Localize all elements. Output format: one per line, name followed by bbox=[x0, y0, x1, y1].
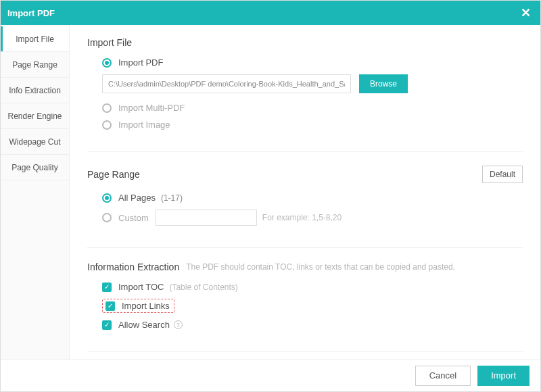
section-import-file: Import File Import PDF Browse Import Mul… bbox=[87, 37, 523, 151]
default-button[interactable]: Default bbox=[482, 166, 523, 183]
highlight-import-links: ✓ Import Links bbox=[102, 299, 174, 313]
section-title-page-range: Page Range bbox=[87, 169, 140, 180]
label-import-image: Import Image bbox=[118, 120, 170, 130]
section-title-import-file: Import File bbox=[87, 37, 132, 48]
radio-import-image[interactable] bbox=[102, 120, 112, 130]
label-import-multi-pdf: Import Multi-PDF bbox=[118, 103, 185, 113]
label-toc-sub: (Table of Contents) bbox=[169, 283, 237, 292]
section-info-extraction: Information Extraction The PDF should co… bbox=[87, 247, 523, 351]
content-scroll[interactable]: Import File Import PDF Browse Import Mul… bbox=[70, 25, 540, 359]
section-render-engine: Render Engine ? New Engine (Recommended … bbox=[87, 351, 523, 359]
label-all-pages-range: (1-17) bbox=[161, 193, 183, 203]
cancel-button[interactable]: Cancel bbox=[415, 366, 471, 386]
custom-range-input[interactable] bbox=[156, 210, 257, 226]
info-extraction-hint: The PDF should contain TOC, links or tex… bbox=[186, 262, 455, 272]
import-button[interactable]: Import bbox=[477, 366, 530, 386]
sidebar-item-render-engine[interactable]: Render Engine bbox=[1, 103, 69, 129]
checkbox-import-links[interactable]: ✓ bbox=[105, 301, 115, 311]
titlebar: Import PDF ✕ bbox=[1, 1, 540, 25]
import-pdf-dialog: Import PDF ✕ Import File Page Range Info… bbox=[0, 0, 541, 392]
label-import-toc: Import TOC bbox=[118, 282, 164, 292]
dialog-title: Import PDF bbox=[7, 8, 55, 18]
file-path-input[interactable] bbox=[102, 74, 351, 93]
radio-import-multi-pdf[interactable] bbox=[102, 103, 112, 113]
radio-custom-range[interactable] bbox=[102, 213, 112, 222]
sidebar-item-info-extraction[interactable]: Info Extraction bbox=[1, 78, 69, 103]
section-page-range: Page Range Default All Pages (1-17) Cust… bbox=[87, 151, 523, 247]
footer: Cancel Import bbox=[1, 359, 540, 391]
checkbox-allow-search[interactable]: ✓ bbox=[102, 320, 112, 330]
sidebar-item-page-range[interactable]: Page Range bbox=[1, 52, 69, 78]
label-import-links: Import Links bbox=[122, 301, 170, 311]
checkbox-import-toc[interactable]: ✓ bbox=[102, 283, 112, 292]
section-title-info-extraction: Information Extraction bbox=[87, 262, 179, 272]
radio-all-pages[interactable] bbox=[102, 193, 112, 203]
sidebar-item-widepage-cut[interactable]: Widepage Cut bbox=[1, 129, 69, 155]
sidebar-item-page-quality[interactable]: Page Quality bbox=[1, 155, 69, 180]
help-icon[interactable]: ? bbox=[174, 320, 183, 329]
close-icon[interactable]: ✕ bbox=[518, 7, 534, 19]
label-custom-range: Custom bbox=[118, 213, 149, 223]
label-all-pages: All Pages bbox=[118, 193, 156, 203]
radio-import-pdf[interactable] bbox=[102, 58, 112, 68]
sidebar: Import File Page Range Info Extraction R… bbox=[1, 25, 70, 359]
sidebar-item-import-file[interactable]: Import File bbox=[1, 26, 69, 52]
label-allow-search: Allow Search bbox=[118, 320, 170, 330]
label-range-example: For example: 1,5-8,20 bbox=[262, 213, 342, 222]
browse-button[interactable]: Browse bbox=[359, 74, 408, 93]
label-import-pdf: Import PDF bbox=[118, 57, 163, 68]
